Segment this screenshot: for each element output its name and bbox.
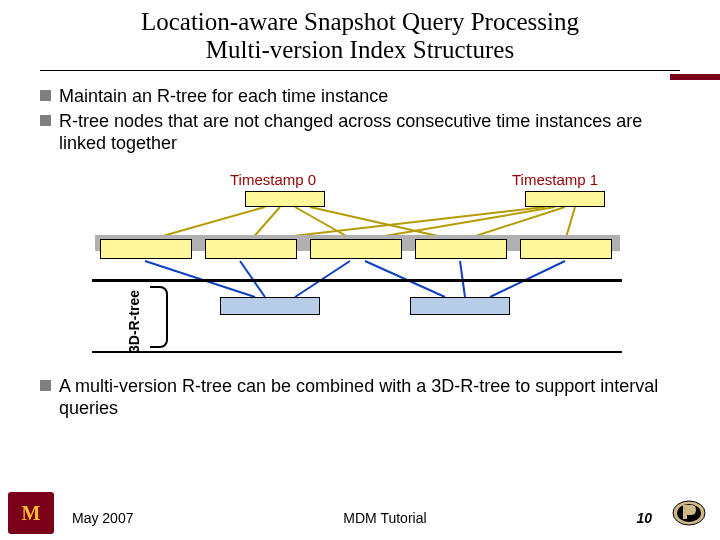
- timestamp-1-label: Timestamp 1: [512, 171, 598, 188]
- footer: May 2007 MDM Tutorial 10: [0, 502, 720, 534]
- bullet-row: A multi-version R-tree can be combined w…: [40, 375, 680, 420]
- bottom-line: [92, 351, 622, 353]
- bullet-row: Maintain an R-tree for each time instanc…: [40, 85, 680, 108]
- root-node-ts0: [245, 191, 325, 207]
- page-number: 10: [636, 510, 652, 526]
- interval-node: [220, 297, 320, 315]
- leaf-node: [520, 239, 612, 259]
- brace-icon: [150, 286, 168, 348]
- divider-line: [92, 279, 622, 282]
- diagram: Timestamp 0 Timestamp 1 3D-R-tree: [40, 171, 680, 371]
- title-line2: Multi-version Index Structures: [0, 36, 720, 64]
- timestamp-0-label: Timestamp 0: [230, 171, 316, 188]
- square-bullet-icon: [40, 90, 51, 101]
- interval-node: [410, 297, 510, 315]
- leaf-node: [205, 239, 297, 259]
- square-bullet-icon: [40, 115, 51, 126]
- top-bullets: Maintain an R-tree for each time instanc…: [0, 71, 720, 165]
- bullet-text: Maintain an R-tree for each time instanc…: [59, 85, 388, 108]
- square-bullet-icon: [40, 380, 51, 391]
- bullet-text: R-tree nodes that are not changed across…: [59, 110, 680, 155]
- y-axis-label: 3D-R-tree: [126, 289, 142, 352]
- title-line1: Location-aware Snapshot Query Processing: [0, 8, 720, 36]
- bullet-row: R-tree nodes that are not changed across…: [40, 110, 680, 155]
- leaf-node: [310, 239, 402, 259]
- leaf-node: [415, 239, 507, 259]
- footer-title: MDM Tutorial: [343, 510, 426, 526]
- footer-date: May 2007: [72, 510, 133, 526]
- bullet-text: A multi-version R-tree can be combined w…: [59, 375, 680, 420]
- leaf-node: [100, 239, 192, 259]
- title-block: Location-aware Snapshot Query Processing…: [0, 0, 720, 68]
- root-node-ts1: [525, 191, 605, 207]
- bottom-bullets: A multi-version R-tree can be combined w…: [0, 371, 720, 430]
- accent-bar: [670, 74, 720, 80]
